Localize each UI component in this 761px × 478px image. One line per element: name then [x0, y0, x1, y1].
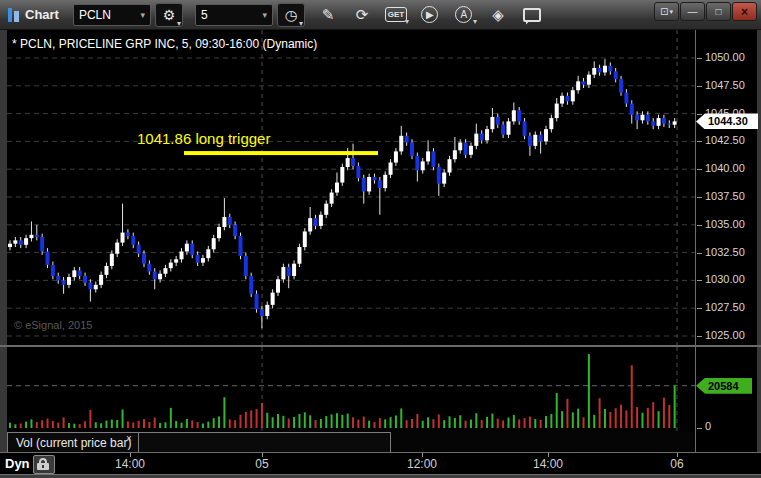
volume-bar	[486, 417, 488, 428]
candle-body	[137, 245, 141, 254]
candle-body	[490, 117, 494, 129]
candle-body	[367, 177, 371, 191]
volume-bar	[229, 419, 231, 428]
minimize-button[interactable]: —	[680, 2, 705, 21]
trendline-icon: ⟳	[356, 6, 369, 24]
maximize-button[interactable]: □	[706, 2, 731, 21]
candle-body	[356, 166, 360, 178]
volume-bar	[202, 423, 204, 428]
volume-bar	[566, 399, 568, 428]
volume-bar	[256, 409, 258, 428]
time-axis-bar[interactable]: Dyn 14:000512:0014:0006	[0, 452, 761, 474]
comment-button[interactable]	[522, 5, 542, 25]
time-axis-label: 05	[255, 457, 268, 471]
get-data-button[interactable]: GET ▾	[386, 5, 406, 25]
candle-body	[19, 240, 23, 244]
play-button[interactable]: ▶	[420, 5, 440, 25]
candle-body	[190, 244, 194, 255]
pane-separator[interactable]	[0, 345, 761, 347]
volume-bar	[261, 403, 263, 428]
volume-bar	[127, 421, 129, 428]
chart-header: * PCLN, PRICELINE GRP INC, 5, 09:30-16:0…	[12, 37, 317, 51]
candle-body	[265, 305, 269, 316]
volume-bar	[347, 414, 349, 428]
volume-bar	[406, 420, 408, 428]
symbol-select[interactable]: PCLN ▾	[73, 4, 151, 26]
volume-bar	[561, 411, 563, 428]
candle-body	[62, 280, 66, 284]
volume-bar	[609, 412, 611, 428]
volume-bar	[20, 423, 22, 428]
volume-bar	[390, 417, 392, 428]
annotation-trigger-line[interactable]	[184, 151, 378, 155]
popout-icon: ⊡	[660, 7, 668, 17]
candle-body	[453, 150, 457, 159]
candle-body	[651, 121, 655, 125]
window-title: Chart	[25, 7, 59, 22]
chevron-down-icon: ▾	[405, 17, 409, 26]
close-button[interactable]: ×	[732, 2, 757, 21]
window-frame-bottom	[0, 474, 761, 478]
eraser-button[interactable]: ◈	[488, 5, 508, 25]
draw-pencil-button[interactable]: ✎	[318, 5, 338, 25]
volume-bar	[41, 420, 43, 428]
price-axis-tick	[697, 114, 702, 115]
annotation-label[interactable]: 1041.86 long trigger	[137, 130, 270, 147]
symbol-lookup-button[interactable]: ⚙ ▾	[155, 3, 183, 27]
volume-bar	[540, 420, 542, 428]
volume-bar	[443, 420, 445, 428]
candle-body	[394, 151, 398, 162]
candle-body	[603, 66, 607, 73]
volume-bar	[583, 417, 585, 428]
volume-bar	[159, 423, 161, 428]
tab-close-button[interactable]: ×	[126, 433, 132, 444]
candle-body	[212, 238, 216, 249]
volume-bar	[668, 405, 670, 428]
copyright-text: © eSignal, 2015	[14, 319, 92, 331]
time-frame-button[interactable]: ◷ ▾	[277, 3, 305, 27]
volume-bar	[36, 422, 38, 428]
volume-pane-canvas[interactable]	[7, 347, 695, 432]
price-axis-label: 1037.50	[705, 190, 745, 202]
volume-bar	[641, 413, 643, 428]
chevron-down-icon: ▾	[140, 10, 145, 20]
volume-bar	[186, 419, 188, 428]
chart-window: Chart PCLN ▾ ⚙ ▾ 5 ▾ ◷ ▾ ✎ ⟳ GET ▾ ▶	[0, 0, 761, 478]
annotate-button[interactable]: A ▾	[454, 5, 474, 25]
candle-body	[324, 204, 328, 215]
volume-bar	[116, 420, 118, 428]
interval-select[interactable]: 5 ▾	[195, 4, 273, 26]
candle-body	[196, 255, 200, 263]
window-controls: ⊡ ▾ — □ ×	[653, 2, 757, 21]
candle-body	[287, 267, 291, 276]
candle-body	[598, 68, 602, 72]
candle-body	[110, 254, 114, 266]
trend-tool-button[interactable]: ⟳	[352, 5, 372, 25]
volume-bar	[25, 422, 27, 428]
volume-bar	[282, 416, 284, 428]
volume-bar	[411, 419, 413, 428]
volume-bar	[373, 422, 375, 428]
popout-button[interactable]: ⊡ ▾	[654, 2, 679, 21]
candle-body	[673, 121, 677, 124]
price-axis-label: 1050.00	[705, 51, 745, 63]
candle-body	[238, 236, 242, 256]
candle-body	[474, 134, 478, 146]
lock-button[interactable]	[33, 455, 55, 474]
candle-body	[308, 218, 312, 231]
price-axis[interactable]: 1050.001047.501045.001042.501040.001037.…	[695, 30, 758, 452]
candle-body	[46, 251, 50, 264]
candle-body	[40, 237, 44, 251]
time-axis-label: 14:00	[115, 457, 145, 471]
candle-body	[624, 92, 628, 103]
tab-vol[interactable]: Vol (current price bar) ×	[7, 432, 391, 452]
volume-bar	[132, 422, 134, 428]
volume-bar	[577, 409, 579, 428]
chevron-down-icon: ▾	[669, 8, 673, 15]
volume-bar	[170, 408, 172, 428]
price-pane-canvas[interactable]	[7, 30, 695, 345]
volume-bar	[384, 419, 386, 428]
volume-bar	[599, 398, 601, 428]
volume-bar	[57, 423, 59, 428]
candle-body	[587, 75, 591, 85]
